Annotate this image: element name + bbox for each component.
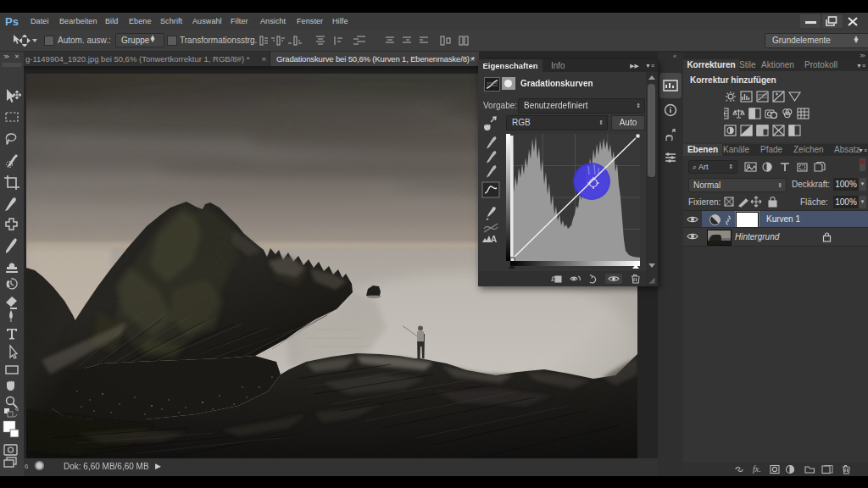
svg-text:fx.: fx. [753,464,761,474]
svg-text:A: A [491,235,497,244]
